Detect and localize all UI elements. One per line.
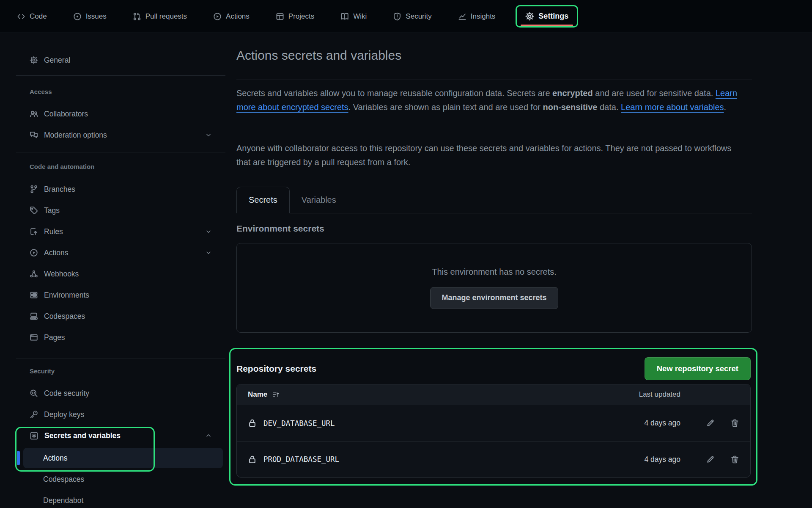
tab-issues-label: Issues xyxy=(86,12,107,21)
tag-icon xyxy=(30,206,38,215)
settings-content: Actions secrets and variables Secrets an… xyxy=(236,33,752,508)
manage-environment-secrets-button[interactable]: Manage environment secrets xyxy=(430,287,558,309)
sidebar-item-general-label: General xyxy=(44,56,70,65)
graph-icon xyxy=(458,12,466,21)
tab-wiki-label: Wiki xyxy=(353,12,367,21)
sidebar-item-codespaces[interactable]: Codespaces xyxy=(16,306,223,327)
link-variables[interactable]: Learn more about variables xyxy=(621,102,724,112)
environment-secrets-card: This environment has no secrets. Manage … xyxy=(236,243,752,333)
sidebar-item-code-security[interactable]: Code security xyxy=(16,383,223,404)
repository-secrets-table: Name Last updated DEV_DATABASE_URL 4 day… xyxy=(236,384,751,478)
play-icon xyxy=(213,12,222,21)
chevron-up-icon xyxy=(205,432,212,439)
tab-wiki[interactable]: Wiki xyxy=(340,12,367,21)
key-icon xyxy=(30,410,38,419)
sidebar-item-moderation-options[interactable]: Moderation options xyxy=(16,124,223,146)
sidebar-item-pages-label: Pages xyxy=(44,333,65,342)
delete-secret-button[interactable] xyxy=(727,451,743,467)
book-icon xyxy=(340,12,349,21)
page-title: Actions secrets and variables xyxy=(236,48,401,63)
sidebar-item-deploy-keys-label: Deploy keys xyxy=(44,410,84,419)
sidebar-item-collaborators[interactable]: Collaborators xyxy=(16,103,223,124)
tab-variables[interactable]: Variables xyxy=(290,187,348,213)
sidebar-subitem-actions[interactable]: Actions xyxy=(23,448,223,468)
tab-insights-label: Insights xyxy=(471,12,496,21)
tab-pull-requests[interactable]: Pull requests xyxy=(133,12,187,21)
sidebar-item-pages[interactable]: Pages xyxy=(16,327,223,348)
chevron-down-icon xyxy=(205,249,212,256)
chevron-down-icon xyxy=(205,132,212,138)
column-header-name[interactable]: Name xyxy=(248,390,596,399)
sidebar-item-webhooks[interactable]: Webhooks xyxy=(16,263,223,284)
sidebar-item-environments-label: Environments xyxy=(44,291,89,300)
tab-settings[interactable]: Settings xyxy=(525,12,568,21)
repo-tab-nav: Code Issues Pull requests Actions Projec… xyxy=(0,0,812,33)
secret-name-cell: PROD_DATABASE_URL xyxy=(248,455,596,464)
sidebar-item-tags[interactable]: Tags xyxy=(16,200,223,221)
sidebar-item-branches[interactable]: Branches xyxy=(16,179,223,200)
sidebar-subitem-dependabot[interactable]: Dependabot xyxy=(23,490,223,508)
sidebar-item-general[interactable]: General xyxy=(16,50,223,71)
tab-issues[interactable]: Issues xyxy=(73,12,107,21)
intro-text: Secrets and variables allow you to manag… xyxy=(236,88,552,98)
sidebar-item-deploy-keys[interactable]: Deploy keys xyxy=(16,404,223,425)
column-header-last-updated: Last updated xyxy=(596,390,680,399)
selected-item-accent-bar xyxy=(17,451,20,465)
sidebar-item-rules-label: Rules xyxy=(44,227,63,236)
edit-secret-button[interactable] xyxy=(702,415,718,431)
intro-text: . xyxy=(724,102,727,112)
tab-security-label: Security xyxy=(406,12,431,21)
sidebar-item-actions[interactable]: Actions xyxy=(16,242,223,263)
tab-settings-label: Settings xyxy=(538,12,568,21)
sidebar-section-security: Security xyxy=(30,367,55,375)
intro-bold-encrypted: encrypted xyxy=(552,88,593,98)
tab-actions[interactable]: Actions xyxy=(213,12,250,21)
sidebar-item-secrets-and-variables[interactable]: Secrets and variables xyxy=(16,425,223,446)
trash-icon xyxy=(730,455,739,464)
webhook-icon xyxy=(30,270,38,278)
tab-variables-label: Variables xyxy=(302,195,336,205)
sidebar-item-rules[interactable]: Rules xyxy=(16,221,223,242)
environment-secrets-heading: Environment secrets xyxy=(236,224,324,234)
lock-icon xyxy=(248,419,257,428)
sidebar-item-tags-label: Tags xyxy=(44,206,60,215)
chevron-down-icon xyxy=(205,228,212,235)
intro-text: . Variables are shown as plain text and … xyxy=(348,102,543,112)
tab-pull-requests-label: Pull requests xyxy=(145,12,187,21)
code-icon xyxy=(17,12,25,21)
tab-insights[interactable]: Insights xyxy=(458,12,496,21)
sidebar-item-branches-label: Branches xyxy=(44,185,75,194)
settings-sidebar: General Access Collaborators Moderation … xyxy=(0,33,225,508)
tab-secrets[interactable]: Secrets xyxy=(236,187,290,213)
sidebar-section-code-automation: Code and automation xyxy=(30,163,94,170)
sidebar-divider xyxy=(16,75,225,76)
tab-security[interactable]: Security xyxy=(393,12,431,21)
secret-name: PROD_DATABASE_URL xyxy=(263,455,339,464)
sidebar-subitem-actions-label: Actions xyxy=(43,454,67,463)
tab-projects[interactable]: Projects xyxy=(276,12,314,21)
secret-last-updated: 4 days ago xyxy=(596,455,680,464)
tab-secrets-label: Secrets xyxy=(249,195,277,205)
edit-secret-button[interactable] xyxy=(702,451,718,467)
sidebar-item-environments[interactable]: Environments xyxy=(16,284,223,306)
tab-code[interactable]: Code xyxy=(17,12,47,21)
server-icon xyxy=(30,291,38,299)
codespaces-icon xyxy=(30,312,38,320)
sidebar-item-code-security-label: Code security xyxy=(44,389,89,398)
delete-secret-button[interactable] xyxy=(727,415,743,431)
new-repository-secret-button[interactable]: New repository secret xyxy=(645,357,751,380)
sidebar-item-actions-label: Actions xyxy=(44,248,68,257)
tab-actions-label: Actions xyxy=(226,12,250,21)
sidebar-subitem-codespaces[interactable]: Codespaces xyxy=(23,469,223,489)
sidebar-item-moderation-options-label: Moderation options xyxy=(44,131,107,140)
secret-name-cell: DEV_DATABASE_URL xyxy=(248,419,596,428)
issue-opened-icon xyxy=(73,12,82,21)
tab-projects-label: Projects xyxy=(288,12,314,21)
sidebar-item-secrets-and-variables-label: Secrets and variables xyxy=(44,431,121,440)
tab-code-label: Code xyxy=(30,12,47,21)
sidebar-divider xyxy=(16,359,225,359)
active-tab-underline xyxy=(521,25,573,26)
annotation-settings-highlight: Settings xyxy=(516,5,578,28)
table-row: PROD_DATABASE_URL 4 days ago xyxy=(237,441,750,477)
intro-bold-non-sensitive: non-sensitive xyxy=(543,102,598,112)
